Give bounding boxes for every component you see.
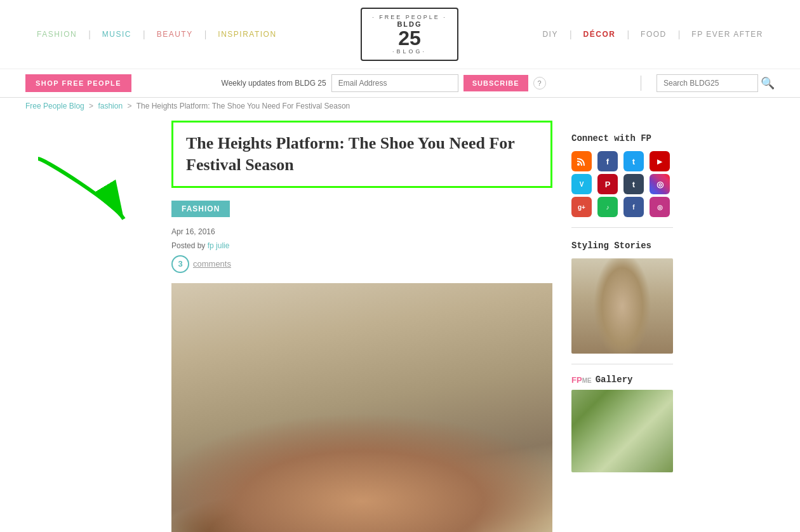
- green-arrow-annotation: [32, 152, 133, 229]
- svg-point-1: [577, 163, 580, 166]
- nav-fashion[interactable]: FASHION: [25, 30, 88, 39]
- google-plus-icon[interactable]: g+: [571, 197, 592, 217]
- instagram-icon-1[interactable]: ◎: [650, 174, 670, 194]
- subscribe-label: Weekly updates from BLDG 25: [222, 79, 326, 88]
- tumblr-icon[interactable]: t: [623, 174, 644, 194]
- article-area: The Heights Platform: The Shoe You Need …: [171, 114, 552, 532]
- gallery-title: Gallery: [596, 375, 633, 385]
- subscribe-button[interactable]: SUBSCRIBE: [463, 75, 528, 91]
- rss-icon[interactable]: [571, 151, 592, 171]
- breadcrumb-home-link[interactable]: Free People Blog: [25, 102, 84, 110]
- facebook-icon[interactable]: f: [597, 151, 618, 171]
- right-sidebar: Connect with FP f t ▶ V P t ◎ g+ ♪ f ◎ S…: [571, 114, 673, 532]
- fpme-gallery-image[interactable]: [571, 390, 673, 472]
- vimeo-icon[interactable]: V: [571, 174, 592, 194]
- search-button[interactable]: 🔍: [761, 76, 775, 90]
- fpme-header: FPME Gallery: [571, 375, 673, 385]
- toolbar-divider: [641, 76, 641, 91]
- logo-free-people-text: · FREE PEOPLE ·: [372, 14, 447, 20]
- sidebar-divider-2: [571, 364, 673, 364]
- article-image: [171, 283, 552, 532]
- fpme-logo: FPME: [571, 375, 592, 385]
- comments-link[interactable]: comments: [193, 259, 231, 269]
- comment-count-badge: 3: [171, 255, 189, 273]
- nav-decor[interactable]: DÉCOR: [572, 30, 627, 39]
- nav-fp-ever-after[interactable]: FP EVER AFTER: [680, 30, 775, 39]
- pinterest-icon[interactable]: P: [597, 174, 618, 194]
- author-link[interactable]: fp julie: [208, 241, 230, 250]
- styling-stories-title: Styling Stories: [571, 241, 673, 251]
- breadcrumb-sep-1: >: [89, 102, 93, 110]
- top-navigation: FASHION | MUSIC | BEAUTY | INSPIRATION ·…: [0, 0, 800, 69]
- nav-food[interactable]: FOOD: [629, 30, 678, 39]
- search-input[interactable]: [657, 74, 758, 92]
- youtube-icon[interactable]: ▶: [650, 151, 670, 171]
- facebook-icon-2[interactable]: f: [623, 197, 644, 217]
- post-author: Posted by fp julie: [171, 241, 552, 250]
- help-icon[interactable]: ?: [533, 77, 546, 90]
- main-layout: The Heights Platform: The Shoe You Need …: [0, 114, 800, 532]
- styling-stories-image[interactable]: [571, 258, 673, 354]
- toolbar: SHOP FREE PEOPLE Weekly updates from BLD…: [0, 69, 800, 98]
- post-date: Apr 16, 2016: [171, 227, 552, 236]
- nav-music[interactable]: MUSIC: [91, 30, 143, 39]
- breadcrumb-sep-2: >: [127, 102, 131, 110]
- left-sidebar: [25, 114, 152, 532]
- logo-number: 25: [372, 28, 447, 48]
- instagram-icon-2[interactable]: ◎: [650, 197, 670, 217]
- breadcrumb: Free People Blog > fashion > The Heights…: [0, 98, 800, 114]
- sidebar-divider-1: [571, 227, 673, 228]
- shoe-photo: [171, 283, 552, 532]
- search-section: 🔍: [657, 74, 775, 92]
- nav-diy[interactable]: DIY: [531, 30, 570, 39]
- fp-text: FP: [571, 375, 582, 385]
- site-logo[interactable]: · FREE PEOPLE · BLDG 25 ·BLOG·: [361, 8, 458, 61]
- email-field[interactable]: [331, 74, 458, 92]
- breadcrumb-current: The Heights Platform: The Shoe You Need …: [137, 102, 350, 110]
- breadcrumb-section-link[interactable]: fashion: [98, 102, 123, 110]
- shop-free-people-button[interactable]: SHOP FREE PEOPLE: [25, 74, 131, 92]
- comments-row: 3 comments: [171, 255, 552, 273]
- nav-inspiration[interactable]: INSPIRATION: [206, 30, 288, 39]
- twitter-icon[interactable]: t: [623, 151, 644, 171]
- styling-stories-photo: [571, 258, 673, 354]
- subscribe-section: Weekly updates from BLDG 25 SUBSCRIBE ?: [142, 74, 625, 92]
- logo-blog-text: ·BLOG·: [372, 48, 447, 55]
- article-title: The Heights Platform: The Shoe You Need …: [186, 133, 538, 176]
- connect-with-fp-title: Connect with FP: [571, 133, 673, 143]
- category-tag[interactable]: FASHION: [171, 201, 230, 217]
- nav-beauty[interactable]: BEAUTY: [145, 30, 204, 39]
- spotify-icon[interactable]: ♪: [597, 197, 618, 217]
- me-text: ME: [582, 377, 592, 384]
- social-icons-grid: f t ▶ V P t ◎ g+ ♪ f ◎: [571, 151, 673, 217]
- article-title-box: The Heights Platform: The Shoe You Need …: [171, 121, 552, 188]
